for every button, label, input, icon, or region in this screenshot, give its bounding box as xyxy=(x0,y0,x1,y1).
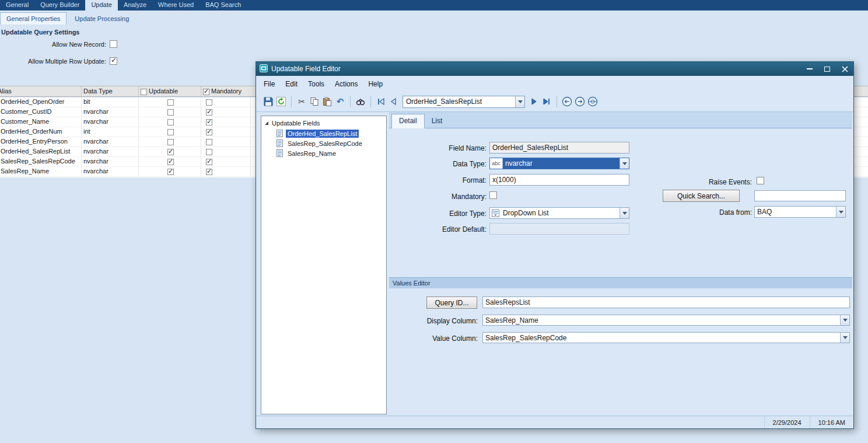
updatable-checkbox[interactable] xyxy=(167,109,174,116)
mandatory-checkbox[interactable] xyxy=(206,169,212,175)
tab-general-properties[interactable]: General Properties xyxy=(0,12,66,25)
tree-item-salesrep-salesrepcode[interactable]: SalesRep_SalesRepCode xyxy=(261,138,386,148)
display-column-combo[interactable]: SalesRep_Name xyxy=(482,315,850,326)
refresh-button[interactable] xyxy=(275,95,288,108)
data-type-cell: bit xyxy=(82,97,139,107)
record-selector-value: OrderHed_SalesRepList xyxy=(403,97,515,106)
mandatory-checkbox[interactable] xyxy=(206,139,212,145)
last-record-button[interactable] xyxy=(540,95,553,108)
raise-events-checkbox[interactable] xyxy=(757,177,764,184)
main-tab-bar: General Query Builder Update Analyze Whe… xyxy=(0,0,868,11)
updatable-checkbox[interactable] xyxy=(167,149,174,155)
data-type-label: Data Type: xyxy=(389,160,487,168)
editor-default-label: Editor Default: xyxy=(389,225,487,233)
tab-query-builder[interactable]: Query Builder xyxy=(34,0,85,11)
mandatory-checkbox[interactable] xyxy=(206,119,212,125)
tree-root-node[interactable]: Updatable Fields xyxy=(261,116,386,128)
tab-general[interactable]: General xyxy=(0,0,34,11)
dialog-title-bar[interactable]: Updatable Field Editor xyxy=(256,62,853,76)
first-record-button[interactable] xyxy=(374,95,387,108)
data-from-combo[interactable]: BAQ xyxy=(754,206,846,218)
baq-designer-window: General Query Builder Update Analyze Whe… xyxy=(0,0,868,443)
allow-multiple-row-update-checkbox[interactable] xyxy=(110,57,117,65)
record-selector-combo[interactable]: OrderHed_SalesRepList xyxy=(402,96,525,108)
tree-expander-icon[interactable] xyxy=(265,121,268,125)
maximize-button[interactable] xyxy=(818,63,836,75)
mandatory-checkbox[interactable] xyxy=(206,159,212,165)
display-column-dropdown-arrow[interactable] xyxy=(840,315,849,325)
field-name-label: Field Name: xyxy=(389,144,487,152)
tab-baq-search[interactable]: BAQ Search xyxy=(200,0,247,11)
updatable-checkbox[interactable] xyxy=(167,99,174,106)
updatable-checkbox[interactable] xyxy=(167,119,174,125)
previous-record-button[interactable] xyxy=(387,95,400,108)
save-button[interactable] xyxy=(262,95,275,108)
column-header-alias[interactable]: Alias xyxy=(0,86,82,96)
mandatory-select-all-checkbox[interactable] xyxy=(203,89,209,95)
first-record-icon xyxy=(376,97,386,106)
quick-search-button[interactable]: Quick Search... xyxy=(663,190,740,202)
value-column-dropdown-arrow[interactable] xyxy=(840,333,849,343)
copy-button[interactable] xyxy=(308,95,321,108)
updatable-checkbox[interactable] xyxy=(167,139,174,145)
tab-analyze[interactable]: Analyze xyxy=(118,0,152,11)
tab-list[interactable]: List xyxy=(425,114,450,128)
cut-button[interactable]: ✂ xyxy=(295,95,308,108)
column-header-updatable[interactable]: Updatable xyxy=(139,86,201,96)
chevron-down-icon xyxy=(839,211,844,214)
allow-new-record-checkbox[interactable] xyxy=(110,40,117,48)
paste-button[interactable] xyxy=(321,95,334,108)
tab-detail[interactable]: Detail xyxy=(391,114,425,128)
query-id-input[interactable]: SalesRepsList xyxy=(482,297,850,308)
updatable-checkbox[interactable] xyxy=(167,169,174,175)
mandatory-checkbox[interactable] xyxy=(206,99,212,106)
chevron-down-icon xyxy=(622,162,627,165)
allow-new-record-label: Allow New Record: xyxy=(0,41,106,48)
menu-help[interactable]: Help xyxy=(363,78,388,90)
data-type-dropdown-arrow[interactable] xyxy=(620,158,629,169)
detail-panel: Detail List Field Name: OrderHed_SalesRe… xyxy=(389,112,852,414)
updatable-cell xyxy=(139,137,201,146)
tree-item-salesrep-name[interactable]: SalesRep_Name xyxy=(261,148,386,158)
editor-type-combo[interactable]: DropDown List xyxy=(489,207,629,219)
close-button[interactable] xyxy=(836,63,853,75)
editor-type-dropdown-arrow[interactable] xyxy=(620,208,629,218)
record-selector-dropdown-arrow[interactable] xyxy=(515,96,524,107)
mandatory-checkbox[interactable] xyxy=(489,191,497,199)
mandatory-checkbox[interactable] xyxy=(206,149,212,155)
minimize-icon xyxy=(807,68,813,69)
updatable-checkbox[interactable] xyxy=(167,159,174,165)
values-editor-header: Values Editor xyxy=(389,277,852,288)
tree-item-label: SalesRep_SalesRepCode xyxy=(286,139,364,148)
column-header-data-type[interactable]: Data Type xyxy=(82,86,139,96)
tab-where-used[interactable]: Where Used xyxy=(152,0,200,11)
mandatory-cell xyxy=(201,107,251,117)
updatable-select-all-checkbox[interactable] xyxy=(141,89,147,95)
mandatory-checkbox[interactable] xyxy=(206,109,212,116)
menu-actions[interactable]: Actions xyxy=(330,78,363,90)
navigate-forward-button[interactable] xyxy=(573,95,586,108)
field-name-input[interactable]: OrderHed_SalesRepList xyxy=(489,142,629,154)
query-id-button[interactable]: Query ID... xyxy=(426,297,477,309)
value-column-combo[interactable]: SalesRep_SalesRepCode xyxy=(482,332,850,343)
updatable-cell xyxy=(139,167,201,176)
recent-records-button[interactable] xyxy=(586,95,599,108)
menu-edit[interactable]: Edit xyxy=(280,78,303,90)
tab-update-processing[interactable]: Update Processing xyxy=(69,13,135,25)
editor-default-input[interactable] xyxy=(489,223,629,235)
quick-search-input[interactable] xyxy=(754,190,846,201)
updatable-checkbox[interactable] xyxy=(167,129,174,135)
menu-file[interactable]: File xyxy=(258,78,280,90)
mandatory-checkbox[interactable] xyxy=(206,129,212,135)
undo-button[interactable]: ↶ xyxy=(334,95,346,108)
minimize-button[interactable] xyxy=(801,63,818,75)
data-type-combo[interactable]: abc nvarchar xyxy=(489,158,629,169)
data-type-cell: nvarchar xyxy=(82,107,139,117)
tab-update[interactable]: Update xyxy=(85,0,117,11)
navigate-back-button[interactable] xyxy=(561,95,573,108)
data-from-dropdown-arrow[interactable] xyxy=(836,207,845,217)
next-record-button[interactable] xyxy=(527,95,540,108)
tree-item-orderhed-salesreplist[interactable]: OrderHed_SalesRepList xyxy=(261,128,386,138)
find-button[interactable] xyxy=(354,95,367,108)
menu-tools[interactable]: Tools xyxy=(303,78,330,90)
